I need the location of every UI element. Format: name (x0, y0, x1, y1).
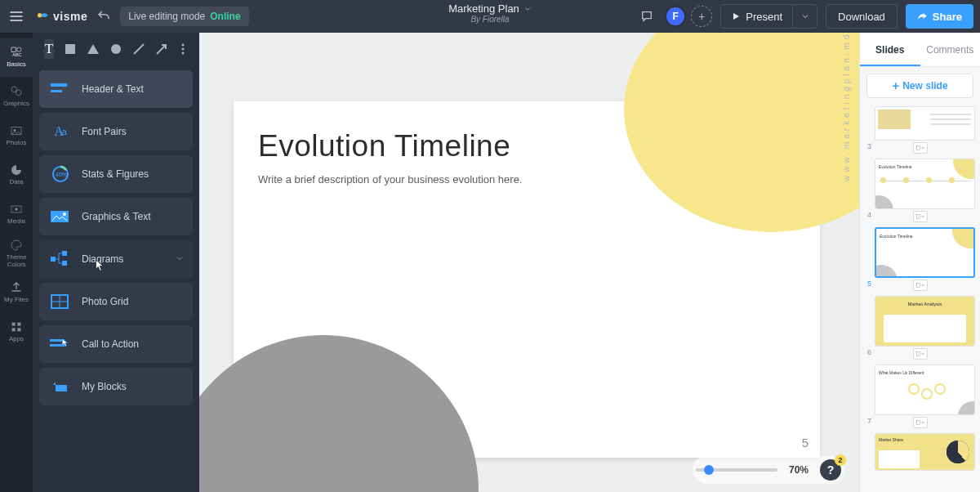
svg-point-17 (111, 44, 121, 54)
thumb-row-7: 7 What Makes Us Different (865, 365, 975, 428)
svg-rect-31 (62, 261, 67, 266)
add-collaborator-button[interactable]: + (691, 6, 712, 27)
svg-point-8 (16, 90, 21, 96)
cat-stats[interactable]: 40% Stats & Figures (39, 155, 193, 193)
menu-button[interactable] (0, 0, 33, 33)
header-text-icon (49, 78, 72, 101)
slide-title-text[interactable]: Evolution Timeline (258, 129, 510, 163)
slide-transition-button[interactable] (913, 280, 928, 291)
slide-yellow-circle-deco (624, 33, 859, 232)
slide-transition-button[interactable] (913, 417, 928, 428)
rail-photos[interactable]: Photos (0, 116, 33, 155)
project-title-dropdown[interactable]: Marketing Plan By Fiorella (448, 3, 532, 24)
tab-slides[interactable]: Slides (860, 33, 920, 66)
slide-transition-button[interactable] (913, 142, 928, 154)
svg-rect-41 (916, 421, 920, 425)
insert-rectangle-button[interactable] (64, 39, 77, 59)
insert-arrow-button[interactable] (155, 39, 168, 59)
cat-cta[interactable]: Call to Action (39, 325, 193, 363)
cat-my-blocks[interactable]: My Blocks (39, 368, 193, 405)
block-category-list: Header & Text Aa Font Pairs 40% Stats & … (33, 65, 199, 410)
cat-graphics-text[interactable]: Graphics & Text (39, 198, 193, 235)
project-title: Marketing Plan (448, 3, 519, 15)
main-area: ABC Basics Graphics Photos Data Media (0, 33, 980, 492)
my-blocks-icon (49, 375, 72, 398)
svg-point-5 (17, 47, 21, 51)
basics-icon: ABC (9, 46, 24, 59)
cat-diagrams[interactable]: Diagrams (39, 240, 193, 278)
cat-photo-grid[interactable]: Photo Grid (39, 283, 193, 320)
chevron-down-icon (800, 11, 810, 21)
share-icon (917, 11, 928, 22)
thumb-number: 6 (863, 348, 871, 356)
mode-status: Online (210, 11, 240, 22)
help-button[interactable]: ? 2 (820, 459, 841, 481)
undo-button[interactable] (92, 5, 115, 28)
slide-thumb-8[interactable]: Market Share (875, 433, 975, 471)
slide-transition-button[interactable] (913, 211, 928, 222)
thumb-row-5: 5 Evolution Timeline (865, 227, 975, 291)
new-slide-button[interactable]: +New slide (866, 74, 973, 98)
rail-theme-colors[interactable]: Theme Colors (0, 234, 33, 273)
rail-apps[interactable]: Apps (0, 312, 33, 351)
rail-data[interactable]: Data (0, 155, 33, 195)
user-avatar[interactable]: F (665, 6, 686, 27)
tab-comments[interactable]: Comments (920, 33, 981, 66)
photos-icon (9, 124, 24, 137)
present-options-button[interactable] (792, 5, 817, 28)
slide-canvas[interactable]: Evolution Timeline Write a brief descrip… (234, 101, 820, 458)
upload-icon (9, 281, 24, 294)
svg-line-19 (157, 46, 165, 54)
graphics-icon (9, 85, 24, 98)
slide-thumb-4[interactable]: Evolution Timeline (875, 159, 975, 209)
comment-icon (640, 10, 653, 23)
zoom-slider[interactable] (696, 468, 777, 472)
top-actions: F + Present Download Share (634, 0, 980, 33)
apps-icon (9, 320, 24, 333)
svg-rect-14 (12, 328, 16, 331)
slide-thumb-5[interactable]: Evolution Timeline (875, 227, 975, 278)
present-button[interactable]: Present (721, 5, 792, 28)
cat-font-pairs[interactable]: Aa Font Pairs (39, 113, 193, 150)
zoom-slider-thumb[interactable] (704, 465, 714, 475)
insert-circle-button[interactable] (109, 39, 122, 59)
brand-name: visme (53, 10, 87, 23)
share-button[interactable]: Share (906, 4, 973, 29)
project-byline: By Fiorella (448, 15, 532, 24)
download-button[interactable]: Download (826, 4, 898, 29)
photo-grid-icon (49, 290, 72, 313)
slide-thumb-3[interactable] (875, 106, 975, 141)
slide-thumbnails[interactable]: 3 4 Evolution Timeline (860, 105, 980, 492)
svg-rect-13 (17, 323, 20, 326)
comments-icon-button[interactable] (634, 3, 660, 29)
rail-basics[interactable]: ABC Basics (0, 38, 33, 77)
rail-graphics[interactable]: Graphics (0, 77, 33, 116)
insert-text-button[interactable]: T (44, 39, 54, 59)
editing-mode-pill[interactable]: Live editing mode Online (120, 7, 248, 26)
slide-thumb-7[interactable]: What Makes Us Different (875, 365, 975, 415)
svg-rect-4 (11, 47, 16, 51)
canvas-area[interactable]: Evolution Timeline Write a brief descrip… (199, 33, 859, 492)
slide-description-text[interactable]: Write a brief description of your busine… (258, 173, 522, 186)
insert-triangle-button[interactable] (87, 39, 100, 59)
svg-rect-30 (62, 251, 67, 256)
svg-rect-24 (51, 90, 62, 92)
chevron-down-icon (175, 253, 185, 266)
tool-rail: ABC Basics Graphics Photos Data Media (0, 33, 33, 492)
insert-line-button[interactable] (132, 39, 145, 59)
rail-media[interactable]: Media (0, 195, 33, 234)
svg-point-22 (182, 52, 185, 55)
svg-line-18 (134, 44, 144, 54)
brand[interactable]: visme (36, 10, 87, 23)
insert-more-button[interactable] (178, 39, 188, 59)
rail-my-files[interactable]: My Files (0, 273, 33, 312)
data-icon (9, 163, 24, 177)
svg-point-28 (63, 212, 66, 216)
slide-bottom-gray-circle-deco (199, 335, 479, 492)
thumb-number: 3 (863, 142, 871, 150)
slide-thumb-6[interactable]: Market Analysis (875, 296, 975, 347)
svg-rect-38 (916, 215, 920, 219)
cat-header-text[interactable]: Header & Text (39, 70, 193, 108)
zoom-value[interactable]: 70% (786, 464, 812, 476)
slide-transition-button[interactable] (913, 348, 928, 360)
